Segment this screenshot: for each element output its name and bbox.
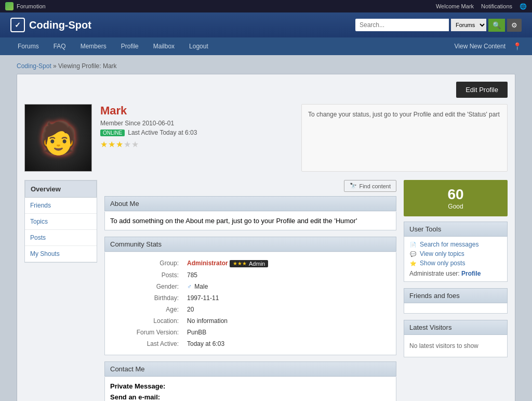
stats-label: Gender: xyxy=(110,281,183,292)
stats-value: No information xyxy=(183,315,391,327)
private-message-label: Private Message: xyxy=(110,382,165,390)
stats-table: Group: Administrator ★★★ Admin xyxy=(110,257,391,350)
about-me-header: About Me xyxy=(104,196,396,211)
welcome-text: Welcome Mark xyxy=(436,3,474,10)
contact-me-header: Contact Me xyxy=(104,361,396,377)
breadcrumb-home[interactable]: Coding-Spot xyxy=(17,62,51,70)
stats-label: Age: xyxy=(110,304,183,315)
center-content: 🔭 Find content About Me To add something… xyxy=(104,180,396,401)
avatar: 🧑 xyxy=(24,104,92,172)
about-me-body: To add something on the About me part, j… xyxy=(104,212,396,230)
sidebar-nav: Overview Friends Topics Posts My Shouts xyxy=(24,180,97,263)
send-email-row: Send an e-mail: xyxy=(110,393,391,401)
sidebar-item-friends[interactable]: Friends xyxy=(25,198,97,214)
find-content-button[interactable]: 🔭 Find content xyxy=(344,180,396,192)
view-topics-anchor[interactable]: View only topics xyxy=(420,250,464,257)
star-3: ★ xyxy=(116,139,123,149)
three-col-layout: Overview Friends Topics Posts My Shouts … xyxy=(24,180,508,401)
contact-me-body: Private Message: Send an e-mail: xyxy=(104,377,396,402)
admin-badge: ★★★ Admin xyxy=(230,260,268,267)
view-topics-link: 💬 View only topics xyxy=(409,250,502,257)
stats-label: Group: xyxy=(110,257,183,269)
nav-item-members[interactable]: Members xyxy=(73,37,114,55)
nav-item-faq[interactable]: FAQ xyxy=(46,37,73,55)
about-me-section: About Me To add something on the About m… xyxy=(104,196,396,230)
stats-label: Birthday: xyxy=(110,292,183,304)
table-row: Forum Version: PunBB xyxy=(110,327,391,338)
search-button[interactable]: 🔍 xyxy=(488,19,505,32)
stats-label: Posts: xyxy=(110,269,183,281)
sidebar-overview: Overview xyxy=(25,180,97,198)
sidebar-item-posts[interactable]: Posts xyxy=(25,230,97,246)
breadcrumb-current: Viewing Profile: Mark xyxy=(58,62,117,70)
forumotion-logo-icon xyxy=(5,2,14,10)
document-icon: 📄 xyxy=(409,241,417,248)
latest-visitors-section: Latest Visitors No latest visitors to sh… xyxy=(404,320,508,357)
user-tools-body: 📄 Search for messages 💬 View only topics… xyxy=(404,237,508,282)
table-row: Last Active: Today at 6:03 xyxy=(110,338,391,350)
stats-value: 1997-11-11 xyxy=(183,292,391,304)
friends-foes-header: Friends and foes xyxy=(404,288,508,303)
edit-profile-button[interactable]: Edit Profile xyxy=(456,82,508,98)
search-scope-select[interactable]: Forums xyxy=(451,19,486,31)
nav-left: Forums FAQ Members Profile Mailbox Logou… xyxy=(10,37,216,55)
view-new-content-link[interactable]: View New Content xyxy=(455,43,506,50)
latest-visitors-body: No latest visitors to show xyxy=(404,335,508,357)
site-brand[interactable]: ✓ Coding-Spot xyxy=(10,18,91,32)
stats-value: Administrator ★★★ Admin xyxy=(183,257,391,269)
reputation-box: 60 Good xyxy=(404,180,508,216)
nav-item-profile[interactable]: Profile xyxy=(114,37,146,55)
profile-info: Mark Member Since 2010-06-01 ONLINE Last… xyxy=(100,104,293,172)
table-row: Group: Administrator ★★★ Admin xyxy=(110,257,391,269)
main-content: Edit Profile 🧑 Mark Member Since 2010-06… xyxy=(17,74,515,401)
right-sidebar: 60 Good User Tools 📄 Search for messages… xyxy=(404,180,508,401)
search-messages-anchor[interactable]: Search for messages xyxy=(420,241,478,248)
show-posts-anchor[interactable]: Show only posts xyxy=(420,260,465,267)
friends-foes-section: Friends and foes xyxy=(404,288,508,314)
reputation-stars: ★ ★ ★ ★ ★ xyxy=(100,139,293,149)
bubble-icon: 💬 xyxy=(409,250,417,257)
admin-name: Administrator xyxy=(187,260,228,267)
nav-item-forums[interactable]: Forums xyxy=(10,37,46,55)
admin-label: Admin xyxy=(249,261,265,267)
search-input[interactable] xyxy=(355,19,449,31)
globe-icon: 🌐 xyxy=(520,3,527,10)
gender-icon: ♂ xyxy=(187,283,192,290)
pin-icon: 📍 xyxy=(513,42,522,50)
contact-me-section: Contact Me Private Message: Send an e-ma… xyxy=(104,361,396,402)
notifications-link[interactable]: Notifications xyxy=(481,3,512,10)
stats-value: ♂ Male xyxy=(183,281,391,292)
friends-foes-body xyxy=(404,303,508,314)
breadcrumb-separator: » xyxy=(53,62,58,70)
breadcrumb: Coding-Spot » Viewing Profile: Mark xyxy=(17,60,515,74)
star-5: ★ xyxy=(131,139,139,149)
star-icon: ⭐ xyxy=(409,260,417,267)
online-status-badge: ONLINE xyxy=(100,130,125,136)
star-1: ★ xyxy=(100,139,108,149)
send-email-label: Send an e-mail: xyxy=(110,393,160,401)
member-since: Member Since 2010-06-01 xyxy=(100,120,293,127)
reputation-score: 60 xyxy=(410,186,501,203)
table-row: Location: No information xyxy=(110,315,391,327)
about-me-text: To add something on the About me part, j… xyxy=(110,217,357,225)
user-tools-header: User Tools xyxy=(404,222,508,237)
nav-item-logout[interactable]: Logout xyxy=(182,37,216,55)
last-active: Last Active Today at 6:03 xyxy=(128,129,197,136)
community-stats-section: Community Stats Group: Administrator ★★★… xyxy=(104,237,396,355)
table-row: Posts: 785 xyxy=(110,269,391,281)
community-stats-header: Community Stats xyxy=(104,237,396,252)
star-4: ★ xyxy=(124,139,131,149)
star-2: ★ xyxy=(108,139,115,149)
main-nav: Forums FAQ Members Profile Mailbox Logou… xyxy=(0,37,532,55)
binoculars-icon: 🔭 xyxy=(350,183,357,189)
sidebar-item-topics[interactable]: Topics xyxy=(25,214,97,230)
brand-area: Forumotion xyxy=(5,2,46,10)
brand-label: Forumotion xyxy=(17,3,46,9)
nav-item-mailbox[interactable]: Mailbox xyxy=(146,37,182,55)
sidebar-item-myshouts[interactable]: My Shouts xyxy=(25,246,97,262)
admin-profile-link[interactable]: Profile xyxy=(461,270,481,277)
status-text: To change your status, just go to your P… xyxy=(308,111,500,118)
profile-username: Mark xyxy=(100,104,293,118)
stats-label: Location: xyxy=(110,315,183,327)
settings-button[interactable]: ⚙ xyxy=(507,19,522,32)
